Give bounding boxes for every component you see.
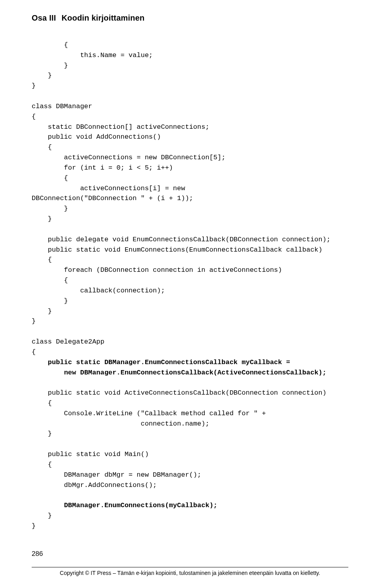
code-line: {: [32, 348, 36, 356]
code-line: DBManager dbMgr = new DBManager();: [32, 471, 201, 479]
code-line: [32, 369, 64, 376]
page-number: 286: [32, 550, 43, 558]
code-line: class Delegate2App: [32, 338, 104, 346]
code-line-bold: new DBManager.EnumConnectionsCallback(Ac…: [64, 369, 327, 376]
code-line: }: [32, 297, 68, 305]
code-line: {: [32, 256, 52, 263]
code-line: }: [32, 307, 52, 315]
header-part: Osa III: [32, 13, 56, 22]
header-title: Koodin kirjoittaminen: [61, 13, 144, 22]
code-line: }: [32, 512, 52, 519]
code-line: this.Name = value;: [32, 52, 153, 59]
code-line: activeConnections = new DBConnection[5];: [32, 154, 226, 161]
code-block: { this.Name = value; } } } class DBManag…: [32, 40, 348, 531]
code-line: connection.name);: [32, 420, 209, 428]
code-line: public static void EnumConnections(EnumC…: [32, 246, 323, 254]
code-line: }: [32, 82, 36, 90]
footer-copyright: Copyright © IT Press – Tämän e-kirjan ko…: [32, 567, 348, 576]
code-line: {: [32, 41, 68, 49]
code-line: }: [32, 317, 36, 325]
code-line: }: [32, 72, 52, 79]
code-line: [32, 359, 48, 366]
code-line: public delegate void EnumConnectionsCall…: [32, 236, 331, 243]
code-line: {: [32, 174, 68, 182]
code-line: for (int i = 0; i < 5; i++): [32, 164, 173, 172]
code-line: }: [32, 430, 52, 437]
code-line: }: [32, 522, 36, 530]
code-line-bold: public static DBManager.EnumConnectionsC…: [48, 359, 290, 366]
code-line: foreach (DBConnection connection in acti…: [32, 266, 282, 274]
code-line-bold: DBManager.EnumConnections(myCallback);: [64, 502, 218, 509]
code-line: {: [32, 143, 52, 151]
code-line: [32, 502, 64, 509]
code-line: {: [32, 461, 52, 468]
code-line: }: [32, 62, 68, 69]
code-line: Console.WriteLine ("Callback method call…: [32, 410, 266, 417]
code-line: DBConnection("DBConnection " + (i + 1));: [32, 195, 193, 202]
code-line: public static void Main(): [32, 451, 149, 458]
page-container: Osa IIIKoodin kirjoittaminen { this.Name…: [0, 0, 380, 588]
code-line: public void AddConnections(): [32, 133, 161, 141]
code-line: activeConnections[i] = new: [32, 185, 185, 192]
code-line: static DBConnection[] activeConnections;: [32, 123, 209, 131]
code-line: {: [32, 277, 68, 284]
code-line: callback(connection);: [32, 287, 165, 294]
running-header: Osa IIIKoodin kirjoittaminen: [32, 13, 348, 23]
code-line: }: [32, 215, 52, 223]
code-line: {: [32, 399, 52, 407]
code-line: }: [32, 205, 68, 212]
code-line: class DBManager: [32, 103, 92, 110]
code-line: {: [32, 113, 36, 120]
code-line: public static void ActiveConnectionsCall…: [32, 389, 327, 397]
code-line: dbMgr.AddConnections();: [32, 481, 157, 489]
